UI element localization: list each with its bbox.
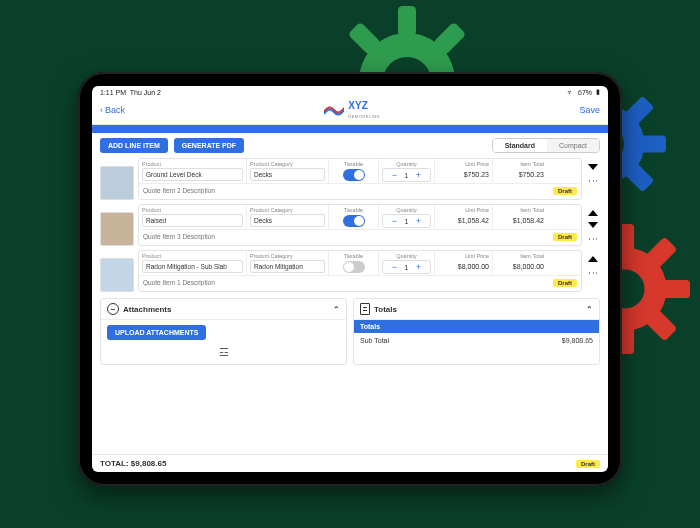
svg-rect-1 <box>398 6 416 36</box>
status-badge: Draft <box>553 233 577 241</box>
chevron-up-icon: ⌃ <box>586 305 593 314</box>
qty-plus[interactable]: + <box>413 263 425 272</box>
move-down-icon[interactable] <box>588 222 598 228</box>
add-line-item-button[interactable]: ADD LINE ITEM <box>100 138 168 153</box>
seg-compact[interactable]: Compact <box>547 139 599 152</box>
description-input[interactable] <box>139 276 549 289</box>
minus-circle-icon: − <box>107 303 119 315</box>
col-quantity: Quantity <box>382 161 431 167</box>
totals-bar: Totals <box>354 320 599 333</box>
col-item-total: Item Total <box>496 161 544 167</box>
col-taxable: Taxable <box>332 253 375 259</box>
totals-panel: Totals ⌃ Totals Sub Total $9,808.65 <box>353 298 600 365</box>
qty-plus[interactable]: + <box>413 171 425 180</box>
battery-icon: ▮ <box>596 88 600 96</box>
back-label: Back <box>105 105 125 115</box>
col-item-total: Item Total <box>496 253 544 259</box>
description-input[interactable] <box>139 184 549 197</box>
item-total-value: $750.23 <box>496 168 544 178</box>
col-taxable: Taxable <box>332 161 375 167</box>
col-category: Product Category <box>250 253 325 259</box>
document-icon <box>360 303 370 315</box>
item-total-value: $8,000.00 <box>496 260 544 270</box>
seg-standard[interactable]: Standard <box>493 139 547 152</box>
app-header: ‹ Back XYZ REMODELING Save <box>92 98 608 125</box>
col-product: Product <box>142 253 243 259</box>
view-segmented-control[interactable]: Standard Compact <box>492 138 600 153</box>
attachments-panel: −Attachments ⌃ UPLOAD ATTACHMENTS ☲ <box>100 298 347 365</box>
more-menu-icon[interactable] <box>591 176 595 185</box>
item-thumbnail[interactable] <box>100 258 134 292</box>
item-thumbnail[interactable] <box>100 212 134 246</box>
col-product: Product <box>142 207 243 213</box>
quantity-stepper[interactable]: −1+ <box>382 168 431 182</box>
save-button[interactable]: Save <box>579 105 600 115</box>
attachments-header[interactable]: −Attachments ⌃ <box>101 299 346 320</box>
footer-total-value: $9,808.65 <box>131 459 167 468</box>
qty-value: 1 <box>401 218 413 225</box>
status-time: 1:11 PM <box>100 89 126 96</box>
more-menu-icon[interactable] <box>591 268 595 277</box>
status-date: Thu Jun 2 <box>130 89 161 96</box>
quantity-stepper[interactable]: −1+ <box>382 214 431 228</box>
qty-minus[interactable]: − <box>389 171 401 180</box>
col-unit-price: Unit Price <box>438 207 489 213</box>
quantity-stepper[interactable]: −1+ <box>382 260 431 274</box>
chevron-up-icon: ⌃ <box>333 305 340 314</box>
qty-minus[interactable]: − <box>389 217 401 226</box>
move-up-icon[interactable] <box>588 256 598 262</box>
category-input[interactable]: Radon Mitigation <box>250 260 325 273</box>
status-bar: 1:11 PM Thu Jun 2 ᯤ 67% ▮ <box>92 86 608 98</box>
col-item-total: Item Total <box>496 207 544 213</box>
line-items: ProductGround Level Deck Product Categor… <box>92 158 608 296</box>
description-input[interactable] <box>139 230 549 243</box>
svg-rect-14 <box>640 136 666 153</box>
unit-price-value: $1,058.42 <box>438 214 489 224</box>
tablet-frame: 1:11 PM Thu Jun 2 ᯤ 67% ▮ ‹ Back XYZ REM… <box>78 72 622 486</box>
col-category: Product Category <box>250 161 325 167</box>
generate-pdf-button[interactable]: GENERATE PDF <box>174 138 244 153</box>
unit-price-value: $750.23 <box>438 168 489 178</box>
more-menu-icon[interactable] <box>591 234 595 243</box>
wifi-icon: ᯤ <box>567 89 574 96</box>
screen: 1:11 PM Thu Jun 2 ᯤ 67% ▮ ‹ Back XYZ REM… <box>92 86 608 472</box>
line-item: ProductGround Level Deck Product Categor… <box>100 158 600 200</box>
status-badge: Draft <box>553 279 577 287</box>
qty-value: 1 <box>401 264 413 271</box>
col-category: Product Category <box>250 207 325 213</box>
category-input[interactable]: Decks <box>250 168 325 181</box>
attachments-title: Attachments <box>123 305 171 314</box>
move-down-icon[interactable] <box>588 164 598 170</box>
subtotal-label: Sub Total <box>360 337 389 344</box>
brand-name: XYZ <box>348 100 367 111</box>
line-item: ProductRaised Product CategoryDecks Taxa… <box>100 204 600 246</box>
taxable-toggle[interactable] <box>343 215 365 227</box>
item-total-value: $1,058.42 <box>496 214 544 224</box>
taxable-toggle[interactable] <box>343 169 365 181</box>
back-button[interactable]: ‹ Back <box>100 105 125 115</box>
subtotal-value: $9,808.65 <box>562 337 593 344</box>
upload-attachments-button[interactable]: UPLOAD ATTACHMENTS <box>107 325 206 340</box>
product-input[interactable]: Radon Mitigation - Sub Slab <box>142 260 243 273</box>
col-quantity: Quantity <box>382 207 431 213</box>
item-thumbnail[interactable] <box>100 166 134 200</box>
chevron-left-icon: ‹ <box>100 105 103 115</box>
product-input[interactable]: Ground Level Deck <box>142 168 243 181</box>
taxable-toggle[interactable] <box>343 261 365 273</box>
footer-total-label: TOTAL: <box>100 459 129 468</box>
category-input[interactable]: Decks <box>250 214 325 227</box>
brand-sub: REMODELING <box>348 114 380 119</box>
brand-logo: XYZ REMODELING <box>324 100 380 120</box>
bottom-panels: −Attachments ⌃ UPLOAD ATTACHMENTS ☲ Tota… <box>92 298 608 365</box>
col-unit-price: Unit Price <box>438 161 489 167</box>
qty-plus[interactable]: + <box>413 217 425 226</box>
line-item: ProductRadon Mitigation - Sub Slab Produ… <box>100 250 600 292</box>
toolbar: ADD LINE ITEM GENERATE PDF Standard Comp… <box>92 133 608 158</box>
totals-title: Totals <box>374 305 397 314</box>
product-input[interactable]: Raised <box>142 214 243 227</box>
totals-header[interactable]: Totals ⌃ <box>354 299 599 320</box>
qty-minus[interactable]: − <box>389 263 401 272</box>
unit-price-value: $8,000.00 <box>438 260 489 270</box>
move-up-icon[interactable] <box>588 210 598 216</box>
col-taxable: Taxable <box>332 207 375 213</box>
